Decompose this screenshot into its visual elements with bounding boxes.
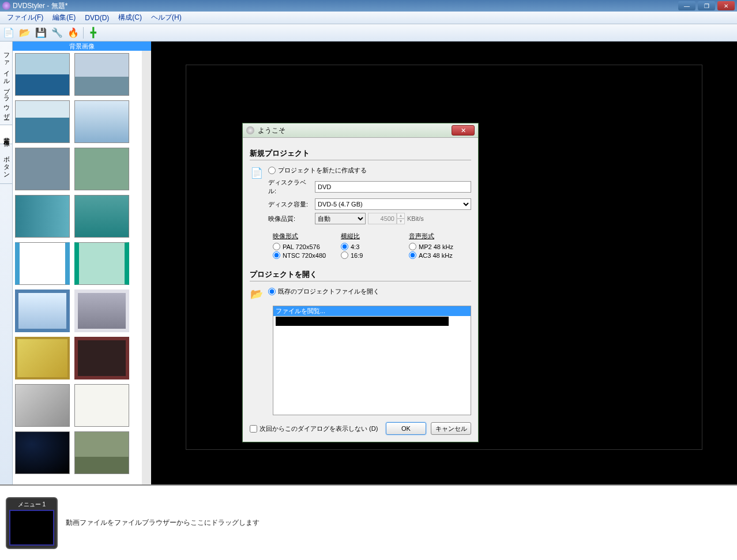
radio-169-label: 16:9 <box>351 252 363 259</box>
bitrate-input[interactable] <box>368 213 397 224</box>
radio-new-label: プロジェクトを新たに作成する <box>278 166 367 175</box>
radio-ntsc-label: NTSC 720x480 <box>283 252 326 259</box>
bg-thumb[interactable] <box>15 148 70 190</box>
thumbnails-list[interactable] <box>13 51 142 484</box>
cancel-button[interactable]: キャンセル <box>431 422 471 435</box>
radio-open-project[interactable] <box>268 288 276 295</box>
toolbar: 📄 📂 💾 🔧 🔥 ╋ <box>0 24 737 42</box>
radio-pal[interactable] <box>273 243 280 250</box>
video-format-heading: 映像形式 <box>273 232 335 240</box>
disc-label-label: ディスクラベル: <box>268 178 311 196</box>
browse-row[interactable]: ファイルを閲覧... <box>273 306 471 316</box>
bg-thumb[interactable] <box>74 384 129 427</box>
disc-label-input[interactable] <box>315 181 471 193</box>
new-project-icon: 📄 <box>250 166 264 180</box>
bg-thumb[interactable] <box>15 290 70 332</box>
save-icon[interactable]: 💾 <box>35 27 47 39</box>
add-icon[interactable]: ╋ <box>87 27 100 39</box>
menu-thumbnail-preview <box>9 510 54 546</box>
welcome-dialog: ようこそ ✕ 新規プロジェクト 📄 プロジェクトを新たに作成する ディスクラベル… <box>242 123 479 442</box>
menu-config[interactable]: 構成(C) <box>114 12 146 24</box>
tab-backgrounds[interactable]: 背景画像 <box>0 125 12 144</box>
side-tabs: ファイルブラウザー 背景画像 ボタン <box>0 42 13 484</box>
dont-show-label: 次回からこのダイアログを表示しない (D) <box>260 424 378 433</box>
bg-thumb[interactable] <box>74 100 129 143</box>
audio-heading: 音声形式 <box>409 232 471 240</box>
dialog-icon <box>246 126 254 134</box>
bg-thumb[interactable] <box>15 195 70 238</box>
radio-43[interactable] <box>341 243 348 250</box>
bg-thumb[interactable] <box>74 53 129 96</box>
new-project-heading: 新規プロジェクト <box>250 148 471 160</box>
tab-buttons[interactable]: ボタン <box>0 144 12 184</box>
minimize-button[interactable]: — <box>678 1 695 10</box>
menu-help[interactable]: ヘルプ(H) <box>146 12 186 24</box>
bg-thumb[interactable] <box>74 195 129 238</box>
bg-thumb[interactable] <box>15 431 70 474</box>
radio-ac3-label: AC3 48 kHz <box>419 252 453 259</box>
dialog-close-button[interactable]: ✕ <box>452 125 475 136</box>
window-titlebar: DVDStyler - 無題* — ❐ ✕ <box>0 0 737 12</box>
background-thumbnails-panel: 背景画像 <box>13 42 151 484</box>
scrollbar[interactable] <box>142 51 151 484</box>
timeline: メニュー 1 動画ファイルをファイルブラウザーからここにドラッグします <box>0 484 737 560</box>
disc-capacity-select[interactable]: DVD-5 (4.7 GB) <box>315 198 471 210</box>
menu-dvd[interactable]: DVD(D) <box>80 13 114 23</box>
dialog-titlebar[interactable]: ようこそ ✕ <box>243 123 478 138</box>
radio-mp2-label: MP2 48 kHz <box>419 243 453 250</box>
radio-ntsc[interactable] <box>273 251 280 259</box>
menu-edit[interactable]: 編集(E) <box>48 12 80 24</box>
radio-mp2[interactable] <box>409 243 416 250</box>
aspect-heading: 横縦比 <box>341 232 403 240</box>
menu-bar: ファイル(F) 編集(E) DVD(D) 構成(C) ヘルプ(H) <box>0 12 737 24</box>
bg-thumb[interactable] <box>15 53 70 96</box>
new-icon[interactable]: 📄 <box>2 27 15 39</box>
burn-icon[interactable]: 🔥 <box>67 27 80 39</box>
video-quality-label: 映像品質: <box>268 215 311 223</box>
bg-thumb[interactable] <box>74 290 129 332</box>
radio-43-label: 4:3 <box>351 243 359 250</box>
window-title: DVDStyler - 無題* <box>13 1 678 11</box>
video-quality-select[interactable]: 自動 <box>315 213 366 224</box>
disc-capacity-label: ディスク容量: <box>268 200 311 209</box>
radio-open-label: 既存のプロジェクトファイルを開く <box>278 287 379 296</box>
open-icon[interactable]: 📂 <box>18 27 31 39</box>
recent-file-row[interactable] <box>276 317 449 326</box>
app-icon <box>2 2 10 10</box>
radio-169[interactable] <box>341 251 348 259</box>
bg-thumb[interactable] <box>74 242 129 285</box>
project-file-list[interactable]: ファイルを閲覧... <box>273 306 471 415</box>
dialog-title: ようこそ <box>258 126 285 136</box>
bg-thumb[interactable] <box>15 337 70 379</box>
open-project-heading: プロジェクトを開く <box>250 269 471 281</box>
radio-pal-label: PAL 720x576 <box>283 243 320 250</box>
menu-thumbnail[interactable]: メニュー 1 <box>6 497 58 549</box>
bitrate-spinner[interactable]: ▲▼ <box>397 213 405 224</box>
bitrate-unit: KBit/s <box>407 215 424 222</box>
bg-thumb[interactable] <box>74 337 129 379</box>
bg-thumb[interactable] <box>74 431 129 474</box>
ok-button[interactable]: OK <box>386 422 426 435</box>
open-project-icon: 📂 <box>250 287 264 301</box>
menu-thumbnail-label: メニュー 1 <box>9 501 54 509</box>
radio-new-project[interactable] <box>268 167 276 174</box>
drag-hint: 動画ファイルをファイルブラウザーからここにドラッグします <box>66 518 260 528</box>
thumbnails-header: 背景画像 <box>13 42 151 51</box>
window-close-button[interactable]: ✕ <box>717 1 735 10</box>
dont-show-checkbox[interactable] <box>250 425 257 433</box>
settings-icon[interactable]: 🔧 <box>51 27 63 39</box>
maximize-button[interactable]: ❐ <box>698 1 715 10</box>
toolbar-separator <box>83 27 84 39</box>
bg-thumb[interactable] <box>15 100 70 143</box>
bg-thumb[interactable] <box>74 148 129 190</box>
menu-file[interactable]: ファイル(F) <box>2 12 48 24</box>
tab-filebrowser[interactable]: ファイルブラウザー <box>0 42 12 125</box>
bg-thumb[interactable] <box>15 384 70 427</box>
bg-thumb[interactable] <box>15 242 70 285</box>
radio-ac3[interactable] <box>409 251 416 259</box>
